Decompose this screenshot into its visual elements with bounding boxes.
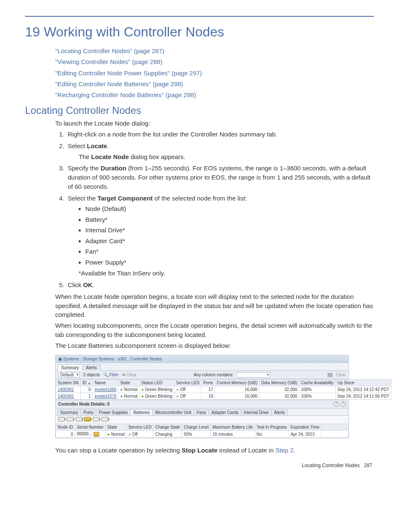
table-header-row: System SN ID Name State Status LED Servi… [56, 380, 391, 386]
list-item: Fan* [85, 247, 374, 257]
main-tabs: SummaryAlerts [56, 363, 348, 370]
col-charge-state[interactable]: Charge State [153, 424, 182, 431]
clear-link-2[interactable]: Clear [336, 373, 346, 377]
system-sn-link[interactable]: 1400381 [58, 387, 74, 392]
availability-note: *Available for Titan InServ only. [79, 269, 374, 278]
step-5: Click OK. [66, 280, 374, 290]
printer-icon[interactable] [327, 373, 332, 377]
led-dot-icon [128, 432, 132, 437]
page-footer: Locating Controller Nodes 287 [25, 463, 374, 468]
subtab-internal-drive[interactable]: Internal Drive [241, 409, 271, 415]
detail-subtabs: SummaryPortsPower SuppliesBatteriesMicro… [56, 409, 348, 415]
table-header-row: Node ID Serial Number State Service LED … [56, 424, 348, 431]
system-sn-link[interactable]: 1400381 [58, 394, 74, 398]
subtab-summary[interactable]: Summary [57, 409, 81, 415]
toc-link[interactable]: "Locating Controller Nodes" (page 287) [55, 46, 374, 57]
col-state[interactable]: State [118, 380, 139, 386]
col-service-led[interactable]: Service LED [174, 380, 202, 386]
list-item: Internal Drive* [85, 226, 374, 235]
battery-icon[interactable] [67, 417, 74, 421]
list-item: Node (Default) [85, 204, 374, 214]
table-row[interactable]: 1400381 1 inoded1079 Normal Green Blinki… [56, 393, 391, 400]
closing-paragraph: You can stop a Locate operation by selec… [55, 446, 374, 455]
details-titlebar: Controller Node Details: 0 ˄ ˅ [56, 400, 348, 409]
col-max-batt-life[interactable]: Maximum Battery Life [210, 424, 255, 431]
subtab-fans[interactable]: Fans [194, 409, 209, 415]
col-state[interactable]: State [105, 424, 126, 431]
battery-icon[interactable] [102, 417, 108, 421]
anycol-label: Any column contains: [194, 373, 233, 377]
tab-alerts[interactable]: Alerts [82, 364, 101, 371]
col-up-since[interactable]: Up Since [335, 380, 391, 386]
step-2-link[interactable]: Step 2 [275, 447, 293, 454]
col-data-mem[interactable]: Data Memory (GiB) [259, 380, 299, 386]
step-3: Specify the Duration (from 1–255 seconds… [66, 164, 374, 191]
batteries-table: Node ID Serial Number State Service LED … [56, 424, 348, 438]
toc-link[interactable]: "Editing Controller Node Power Supplies"… [55, 68, 374, 79]
filter-bar: Default 2 objects 🔍 Filter ✖ Clear Any c… [56, 370, 348, 379]
col-service-led[interactable]: Service LED [126, 424, 153, 431]
chapter-title: 19 Working with Controller Nodes [25, 24, 374, 40]
paragraph: When the Locate Node operation begins, a… [55, 292, 374, 319]
node-name-link[interactable]: inoded1079 [95, 394, 116, 398]
nodes-table: System SN ID Name State Status LED Servi… [56, 379, 391, 400]
table-row[interactable]: 1400381 0 inoded1066 Normal Green Blinki… [56, 386, 391, 393]
led-dot-icon [141, 387, 145, 392]
window-titlebar: ▣ Systems : Storage Systems : s381 : Con… [56, 355, 348, 363]
step-1: Right-click on a node from the list unde… [66, 130, 374, 139]
battery-icon[interactable] [58, 417, 65, 421]
screenshot-panel: ▣ Systems : Storage Systems : s381 : Con… [55, 355, 349, 438]
paragraph: The Locate Batteries subcomponent screen… [55, 341, 374, 350]
window-icon: ▣ [58, 357, 63, 361]
col-system-sn[interactable]: System SN [56, 380, 81, 386]
col-expiration[interactable]: Expiration Time [289, 424, 321, 431]
subtab-alerts[interactable]: Alerts [271, 409, 288, 415]
toc-link[interactable]: "Viewing Controller Nodes" (page 288) [55, 57, 374, 67]
status-dot-icon [107, 432, 111, 437]
target-component-list: Node (Default) Battery* Internal Drive* … [68, 204, 374, 267]
subtab-power-supplies[interactable]: Power Supplies [96, 409, 130, 415]
expand-up-icon[interactable]: ˄ [333, 401, 339, 407]
filter-link[interactable]: 🔍 Filter [103, 373, 119, 377]
col-serial[interactable]: Serial Number [75, 424, 105, 431]
expand-down-icon[interactable]: ˅ [340, 401, 346, 407]
battery-icon[interactable] [93, 417, 100, 421]
subtab-batteries[interactable]: Batteries [130, 409, 153, 415]
anycol-input[interactable] [237, 372, 270, 378]
col-id[interactable]: ID [81, 380, 93, 386]
filter-select[interactable]: Default [58, 372, 80, 378]
col-node-id[interactable]: Node ID [56, 424, 75, 431]
subtab-adapter-cards[interactable]: Adapter Cards [208, 409, 241, 415]
subtab-ports[interactable]: Ports [81, 409, 96, 415]
toc-link[interactable]: "Recharging Controller Node Batteries" (… [55, 90, 374, 100]
object-count: 2 objects [83, 373, 100, 377]
battery-icon-row [56, 415, 348, 424]
led-dot-icon [141, 394, 145, 398]
step-4: Select the Target Component of the selec… [66, 194, 374, 278]
step-2: Select Locate. The Locate Node dialog bo… [66, 141, 374, 162]
col-ctrl-mem[interactable]: Control Memory (GiB) [215, 380, 259, 386]
col-charge-level[interactable]: Charge Level [182, 424, 210, 431]
table-row[interactable]: 0 00000… Normal Off Charging 93% 15 minu… [56, 431, 348, 438]
col-cache-avail[interactable]: Cache Availability [299, 380, 335, 386]
list-item: Adapter Card* [85, 236, 374, 246]
subtab-mcu[interactable]: Microcontroller Unit [152, 409, 194, 415]
col-name[interactable]: Name [93, 380, 118, 386]
locate-icon [94, 432, 99, 437]
section-title: Locating Controller Nodes [25, 105, 374, 116]
chapter-toc: "Locating Controller Nodes" (page 287) "… [55, 46, 374, 100]
clear-link[interactable]: ✖ Clear [122, 373, 137, 377]
tab-summary[interactable]: Summary [57, 364, 83, 371]
steps-list: Right-click on a node from the list unde… [55, 130, 374, 290]
list-item: Battery* [85, 215, 374, 225]
battery-icon[interactable] [84, 417, 91, 421]
toc-link[interactable]: "Editing Controller Node Batteries" (pag… [55, 79, 374, 90]
list-item: Power Supply* [85, 258, 374, 267]
paragraph: When locating subcomponents, once the Lo… [55, 321, 374, 339]
node-name-link[interactable]: inoded1066 [95, 387, 116, 392]
col-status-led[interactable]: Status LED [139, 380, 174, 386]
col-test-in-progress[interactable]: Test In Progress [255, 424, 289, 431]
col-ports[interactable]: Ports [201, 380, 215, 386]
intro-text: To launch the Locate Node dialog: [55, 119, 374, 128]
battery-icon[interactable] [76, 417, 82, 421]
